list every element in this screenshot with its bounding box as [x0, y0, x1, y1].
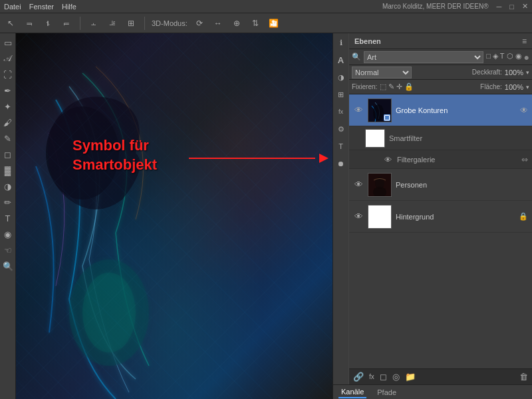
layers-panel: Ebenen ≡ 🔍 Art □ ◈ T ⬡ ◉ ● — [349, 33, 532, 384]
layer-personen[interactable]: 👁 Personen — [349, 169, 532, 201]
mode-label: 3D-Modus: — [152, 19, 188, 27]
main-area: ▭ 𝒜 ⛶ ✒ ✦ 🖌 ✎ ◻ ▓ ◑ ✏ T ◉ ☜ 🔍 — [0, 33, 532, 399]
side-type-icon[interactable]: T — [334, 140, 348, 153]
filter-pixel-icon[interactable]: □ — [486, 52, 491, 63]
tool-3d-rotate[interactable]: ⟳ — [193, 17, 206, 30]
panels-area: ℹ A ◑ ⊞ fx ⚙ T ⏺ Ebenen ≡ 🔍 — [333, 33, 532, 384]
lock-transparent-icon[interactable]: ⬚ — [380, 82, 386, 91]
tool-3d-dolly[interactable]: ⊕ — [230, 17, 243, 30]
menu-bar: Datei Fenster Hilfe Marco Kolditz, MEER … — [0, 0, 532, 13]
filter-smart-icon[interactable]: ◉ — [515, 52, 522, 63]
layer-smartfilter[interactable]: Smartfilter — [349, 126, 532, 150]
fill-arrow[interactable]: ▾ — [526, 84, 529, 90]
layer-visibility-hintergrund[interactable]: 👁 — [353, 211, 364, 222]
lock-move-icon[interactable]: ✛ — [396, 82, 402, 91]
tool-3d-pan[interactable]: ↔ — [211, 17, 225, 30]
fill-value[interactable]: 100% — [505, 83, 523, 91]
mask-icon[interactable]: ◻ — [380, 372, 387, 382]
tool-distribute-h[interactable]: ⫠ — [87, 17, 100, 30]
tool-heal[interactable]: ✦ — [1, 100, 15, 113]
layer-filtergalerie[interactable]: 👁 Filtergalerie ⇔ — [349, 150, 532, 169]
tool-zoom[interactable]: 🔍 — [1, 259, 15, 273]
filter-adjust-icon[interactable]: ◈ — [493, 52, 498, 63]
canvas-art — [16, 33, 332, 399]
layer-filter-select[interactable]: Art — [364, 51, 483, 63]
tool-eyedropper[interactable]: ✒ — [1, 84, 15, 97]
side-text-icon[interactable]: A — [334, 53, 348, 66]
layers-search-row: 🔍 Art □ ◈ T ⬡ ◉ ● — [349, 49, 532, 65]
new-layer-icon[interactable]: 📁 — [405, 372, 416, 382]
layer-visibility-grobe[interactable]: 👁 — [353, 105, 364, 116]
tool-marquee[interactable]: ▭ — [1, 36, 15, 49]
layer-lock-icon: 🔒 — [519, 212, 528, 221]
fill-label: Fläche: — [480, 83, 502, 90]
smart-object-badge — [384, 114, 390, 121]
layer-thumb-personen — [368, 173, 392, 197]
link-icon[interactable]: 🔗 — [353, 372, 364, 382]
minimize-btn[interactable]: ─ — [497, 3, 502, 11]
layers-list: 👁 Grobe Konturen 👁 — [349, 94, 532, 368]
blend-mode-select[interactable]: Normal — [352, 66, 412, 78]
tool-align-left[interactable]: ⫬ — [23, 17, 36, 30]
filter-shape-icon[interactable]: ⬡ — [507, 52, 513, 63]
tool-move[interactable]: ↖ — [4, 17, 17, 30]
tool-3d-zoom[interactable]: 🎦 — [267, 17, 281, 30]
lock-paint-icon[interactable]: ✎ — [388, 82, 394, 91]
menu-datei[interactable]: Datei — [4, 3, 21, 11]
tool-brush[interactable]: 🖌 — [1, 116, 15, 129]
lock-all-icon[interactable]: 🔒 — [404, 82, 414, 91]
menu-fenster[interactable]: Fenster — [29, 3, 54, 11]
tool-align-right[interactable]: ⫭ — [60, 17, 73, 30]
side-history-icon[interactable]: ⏺ — [334, 157, 348, 170]
side-info-icon[interactable]: ℹ — [334, 36, 348, 49]
annotation-text-line1: Symbol für — [72, 136, 157, 156]
tool-crop[interactable]: ⛶ — [1, 68, 15, 81]
tool-3d-slide[interactable]: ⇅ — [249, 17, 262, 30]
tool-hand[interactable]: ☜ — [1, 243, 15, 257]
side-grid-icon[interactable]: ⊞ — [334, 88, 348, 101]
tool-text[interactable]: T — [1, 211, 15, 225]
tool-align-center[interactable]: ⫮ — [41, 17, 55, 30]
search-icon: 🔍 — [352, 53, 361, 61]
tool-dodge[interactable]: ◑ — [1, 180, 15, 193]
right-panel: ℹ A ◑ ⊞ fx ⚙ T ⏺ Ebenen ≡ 🔍 — [332, 33, 532, 399]
sf-thumbnail — [365, 129, 385, 148]
tool-distribute-v[interactable]: ⫡ — [106, 17, 119, 30]
panel-menu-icon[interactable]: ≡ — [522, 37, 527, 46]
separator-1 — [80, 17, 80, 30]
opacity-value[interactable]: 100% — [505, 68, 523, 76]
tool-pen[interactable]: ✏ — [1, 196, 15, 209]
fx-icon[interactable]: fx — [369, 373, 374, 380]
layer-thumb-hintergrund — [368, 205, 392, 229]
tool-clone[interactable]: ✎ — [1, 132, 15, 145]
filter-settings-icon[interactable]: ⇔ — [521, 155, 528, 164]
tool-shape[interactable]: ◉ — [1, 227, 15, 241]
tab-pfade[interactable]: Pfade — [374, 387, 399, 398]
filter-galerie-name: Filtergalerie — [397, 156, 517, 164]
canvas-area: Symbol für Smartobjekt — [16, 33, 332, 399]
tool-eraser[interactable]: ◻ — [1, 148, 15, 161]
sf-name: Smartfilter — [389, 134, 422, 142]
new-group-icon[interactable]: ◎ — [392, 372, 400, 382]
tool-lasso[interactable]: 𝒜 — [1, 52, 15, 65]
layer-thumb-grobe — [368, 98, 392, 122]
menu-hilfe[interactable]: Hilfe — [62, 3, 76, 11]
filter-toggle[interactable]: ● — [524, 52, 529, 63]
filter-text-icon[interactable]: T — [500, 52, 505, 63]
maximize-btn[interactable]: □ — [509, 3, 514, 11]
opacity-arrow[interactable]: ▾ — [526, 69, 529, 76]
layer-grobe-konturen[interactable]: 👁 Grobe Konturen 👁 — [349, 94, 532, 126]
tab-kanale[interactable]: Kanäle — [338, 386, 366, 398]
annotation-container: Symbol für Smartobjekt — [72, 136, 157, 174]
svg-point-4 — [373, 104, 384, 120]
side-adjustments-icon[interactable]: ⚙ — [334, 122, 348, 136]
side-fx-icon[interactable]: fx — [334, 105, 348, 118]
close-btn[interactable]: ✕ — [522, 2, 528, 11]
layer-hintergrund[interactable]: 👁 Hintergrund 🔒 — [349, 201, 532, 233]
filter-visibility[interactable]: 👁 — [382, 154, 393, 165]
tool-gradient[interactable]: ▓ — [1, 164, 15, 177]
tool-distribute-center[interactable]: ⊞ — [124, 17, 138, 30]
side-color-icon[interactable]: ◑ — [334, 70, 348, 84]
layer-visibility-personen[interactable]: 👁 — [353, 180, 364, 190]
delete-layer-icon[interactable]: 🗑 — [519, 372, 528, 382]
